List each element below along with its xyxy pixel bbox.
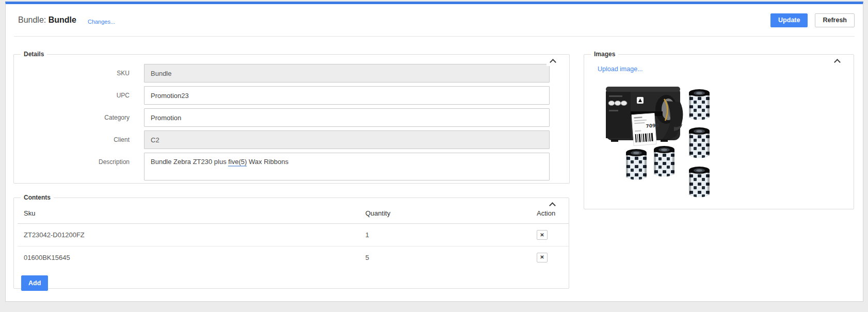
contents-table: Sku Quantity Action ZT23042-D01200FZ 1 ✕… <box>14 203 569 291</box>
column-header-quantity: Quantity <box>359 209 531 217</box>
contents-legend: Contents <box>21 194 54 201</box>
details-legend: Details <box>21 51 47 58</box>
add-button[interactable]: Add <box>21 275 48 291</box>
zebra-printer-ribbons-image: 7090 <box>604 81 716 202</box>
upc-label: UPC <box>14 86 144 105</box>
description-text-underlined: five(5) <box>228 158 247 167</box>
row-quantity: 5 <box>359 254 531 261</box>
form-row-description: Description Bundle Zebra ZT230 plus five… <box>14 153 569 180</box>
svg-text:7090: 7090 <box>646 123 659 129</box>
details-collapse-button[interactable] <box>546 58 559 66</box>
changes-link[interactable]: Changes... <box>88 19 115 25</box>
update-button[interactable]: Update <box>770 13 808 27</box>
description-text-after: Wax Ribbons <box>247 158 288 166</box>
category-input[interactable] <box>144 108 550 127</box>
category-label: Category <box>14 108 144 127</box>
close-icon: ✕ <box>540 232 544 238</box>
description-text-before: Bundle Zebra ZT230 plus <box>151 158 228 166</box>
upc-input[interactable] <box>144 86 550 105</box>
refresh-button[interactable]: Refresh <box>815 13 855 27</box>
contents-collapse-button[interactable] <box>546 202 558 209</box>
remove-row-button[interactable]: ✕ <box>537 253 548 262</box>
chevron-up-icon <box>549 202 556 209</box>
description-label: Description <box>14 153 144 180</box>
page-title-value: Bundle <box>49 15 76 24</box>
close-icon: ✕ <box>540 254 544 260</box>
column-header-action: Action <box>531 209 569 217</box>
client-label: Client <box>14 130 144 149</box>
chevron-up-icon <box>550 59 556 65</box>
form-row-sku: SKU <box>14 64 569 83</box>
details-form: SKU UPC Category Client Description Bund… <box>14 58 569 180</box>
upload-image-link[interactable]: Upload image... <box>598 65 643 73</box>
chevron-up-icon <box>834 59 841 65</box>
table-row: 01600BK15645 5 ✕ <box>18 246 569 268</box>
column-header-sku: Sku <box>18 209 359 217</box>
images-legend: Images <box>591 51 618 58</box>
row-quantity: 1 <box>359 231 531 239</box>
row-sku: 01600BK15645 <box>18 254 359 261</box>
images-collapse-button[interactable] <box>831 58 843 66</box>
form-row-client: Client <box>14 130 569 149</box>
images-body: Upload image... <box>584 58 854 202</box>
table-row: ZT23042-D01200FZ 1 ✕ <box>18 224 569 246</box>
header-actions: Update Refresh <box>770 13 855 27</box>
product-image: 7090 <box>604 81 716 202</box>
sku-input <box>144 64 550 83</box>
contents-table-header: Sku Quantity Action <box>18 203 569 224</box>
page-title-label: Bundle: <box>18 15 46 24</box>
images-panel: Images Upload image... <box>584 51 854 209</box>
remove-row-button[interactable]: ✕ <box>537 230 548 240</box>
page-title: Bundle: Bundle <box>18 15 76 25</box>
row-sku: ZT23042-D01200FZ <box>18 231 359 239</box>
details-panel: Details SKU UPC Category Client Descript… <box>13 51 570 184</box>
form-row-category: Category <box>14 108 569 127</box>
contents-panel: Contents Sku Quantity Action ZT23042-D01… <box>13 194 569 289</box>
form-row-upc: UPC <box>14 86 569 105</box>
description-textarea[interactable]: Bundle Zebra ZT230 plus five(5) Wax Ribb… <box>144 153 550 180</box>
page-header: Bundle: Bundle Changes... Update Refresh <box>14 4 855 37</box>
sku-label: SKU <box>14 64 144 83</box>
client-input <box>144 130 550 149</box>
main-card: Bundle: Bundle Changes... Update Refresh… <box>5 2 863 302</box>
